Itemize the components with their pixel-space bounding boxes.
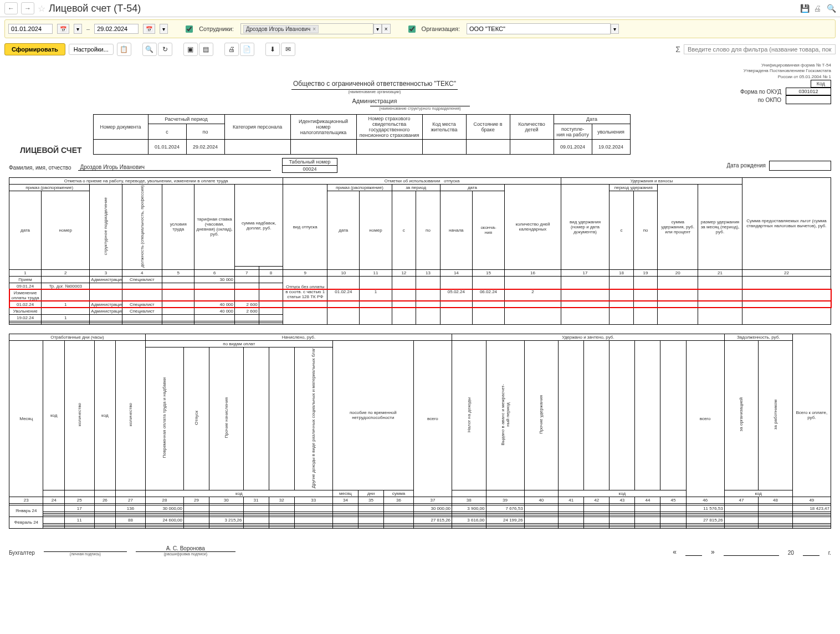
org-dropdown[interactable]: ▾ [611,24,619,34]
variants-button[interactable]: 📋 [117,43,131,56]
date-from-select[interactable]: ▾ [74,24,82,34]
page-title: Лицевой счет (Т-54) [49,3,141,14]
preview-button[interactable]: 📄 [240,43,254,56]
employees-checkbox[interactable] [186,25,193,33]
collapse-button[interactable]: ▤ [199,43,213,56]
calendar-from-button[interactable]: 📅 [57,24,69,34]
save-icon[interactable]: 💾 [800,4,809,13]
refresh-button[interactable]: ↻ [158,43,172,56]
org-checkbox[interactable] [408,25,416,33]
table-row [9,526,831,528]
print-icon[interactable]: 🖨 [813,4,822,13]
employees-dropdown[interactable]: ▾ [373,24,382,34]
section-a-table: Отметка о приеме на работу, переводе, ув… [9,177,831,325]
report-area: Унифицированная форма № Т-54 Утверждена … [0,58,840,567]
expand-button[interactable]: ▣ [183,43,198,56]
employee-tag: Дроздов Игорь Иванович × [243,25,319,33]
date-to-select[interactable]: ▾ [160,24,168,34]
section-b-table: Отработанные дни (часы) Начислено, руб. … [9,334,831,529]
print-button[interactable]: 🖨 [224,43,239,56]
back-button[interactable]: ← [4,2,18,14]
doc-title: ЛИЦЕВОЙ СЧЕТ [9,146,93,155]
date-to-input[interactable] [94,24,139,34]
forward-button[interactable]: → [21,2,34,14]
favorite-star-icon[interactable]: ☆ [38,3,45,14]
employee-tag-remove[interactable]: × [313,26,316,32]
form-button[interactable]: Сформировать [4,43,65,55]
table-row: ПриемАдминистрацияСпециалист30 000Отпуск… [9,276,831,283]
employees-field[interactable]: Дроздов Игорь Иванович × [240,23,373,34]
calendar-to-button[interactable]: 📅 [143,24,155,34]
org-label: Организация: [422,25,460,32]
employees-label: Сотрудники: [199,25,234,32]
sigma-icon: Σ [675,45,680,54]
settings-button[interactable]: Настройки... [69,44,114,55]
fio-value: Дроздов Игорь Иванович [78,164,271,171]
date-from-input[interactable] [8,24,53,34]
find-button[interactable]: 🔍 [142,43,157,56]
org-name: Общество с ограниченной ответственностью… [293,80,456,88]
mail-button[interactable]: ✉ [281,43,295,56]
employees-clear[interactable]: × [382,24,391,34]
filter-input[interactable] [684,44,836,54]
table-row: Февраль 24118824 600,003 215,2627 815,26… [9,517,831,523]
table-row: Январь 241713630 000,0030 000,003 900,00… [9,505,831,512]
search-icon[interactable]: 🔍 [827,4,836,13]
save-report-button[interactable]: ⬇ [265,43,280,56]
org-field[interactable] [467,23,611,34]
